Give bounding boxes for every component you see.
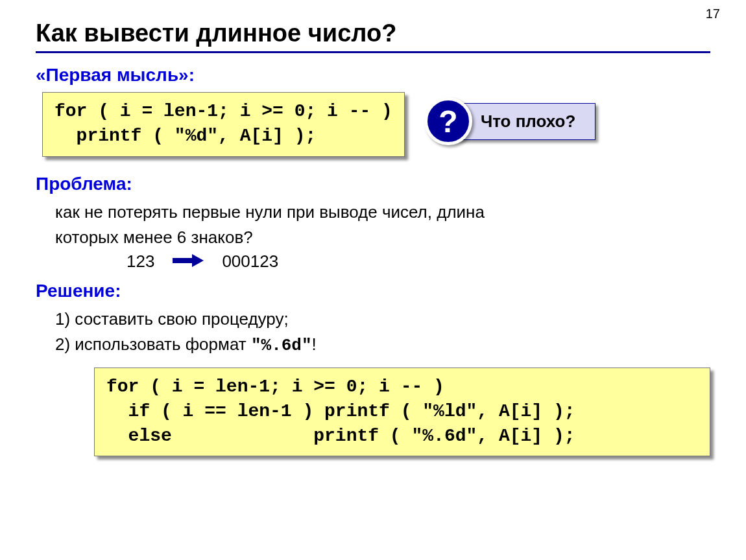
arrow-right-icon — [173, 251, 204, 272]
question-callout: ? Что плохо? — [424, 97, 596, 145]
first-thought-label: «Первая мысль»: — [36, 65, 710, 86]
slide-title: Как вывести длинное число? — [36, 19, 710, 47]
code-block-1: for ( i = len-1; i >= 0; i -- ) printf (… — [42, 92, 405, 157]
solution-label: Решение: — [36, 281, 710, 301]
code1-line2: printf ( "%d", A[i] ); — [54, 126, 316, 146]
solution-item-2: 2) использовать формат "%.6d"! — [55, 333, 710, 357]
problem-label: Проблема: — [36, 174, 710, 194]
solution-item2-prefix: 2) использовать формат — [55, 334, 251, 354]
title-underline — [36, 51, 710, 53]
solution-item2-suffix: ! — [312, 334, 317, 354]
problem-text-line1: как не потерять первые нули при выводе ч… — [55, 201, 710, 224]
svg-marker-1 — [192, 254, 204, 267]
slide: 17 Как вывести длинное число? «Первая мы… — [0, 0, 746, 560]
code-block-2: for ( i = len-1; i >= 0; i -- ) if ( i =… — [94, 368, 710, 456]
example-before: 123 — [126, 251, 154, 272]
code2-line3: else printf ( "%.6d", A[i] ); — [106, 426, 575, 446]
solution-item2-code: "%.6d" — [251, 336, 312, 355]
example-line: 123 000123 — [126, 251, 710, 272]
page-number: 17 — [706, 6, 720, 21]
code1-line1: for ( i = len-1; i >= 0; i -- ) — [54, 101, 392, 121]
question-mark-icon: ? — [424, 97, 472, 145]
code2-line2: if ( i == len-1 ) printf ( "%ld", A[i] )… — [106, 401, 575, 421]
example-after: 000123 — [222, 251, 278, 272]
svg-rect-0 — [173, 258, 192, 263]
first-thought-row: for ( i = len-1; i >= 0; i -- ) printf (… — [36, 92, 710, 157]
problem-text-line2: которых менее 6 знаков? — [55, 226, 710, 249]
solution-item-1: 1) составить свою процедуру; — [55, 308, 710, 331]
code2-line1: for ( i = len-1; i >= 0; i -- ) — [106, 377, 444, 397]
